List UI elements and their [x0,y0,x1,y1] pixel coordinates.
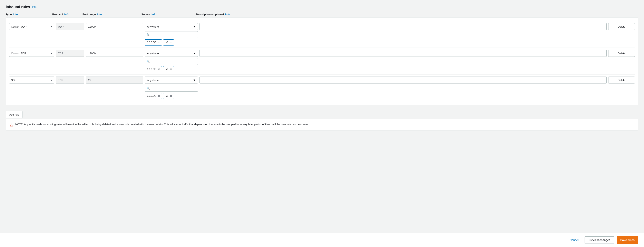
rule2-desc-input[interactable] [200,50,607,57]
table-row: Custom UDP ▼ Anywhere ▼ [9,21,635,48]
table-row: SSH ▼ Anywhere ▼ 🔍 [9,74,635,101]
save-rules-button[interactable]: Save rules [617,236,638,244]
chevron-down-icon: ▼ [193,78,196,82]
col-source: Source Info [141,13,194,16]
col-description: Description – optional Info [196,13,610,16]
chevron-down-icon: ▼ [193,52,196,55]
rules-container: Custom UDP ▼ Anywhere ▼ [6,18,638,105]
port-range-info-link[interactable]: Info [97,13,102,16]
rule3-type-cell: SSH ▼ [9,76,54,84]
rule1-type-wrapper: Custom UDP ▼ [9,23,54,30]
rule2-source-dropdown[interactable]: Anywhere ▼ [145,50,198,57]
rule3-tags: 0.0.0.0/0 ✕ ::/0 ✕ [145,93,198,99]
rule1-source-label: Anywhere [147,25,159,28]
rule1-tag-ipv4: 0.0.0.0/0 ✕ [145,40,162,46]
rule2-port-cell [86,50,143,57]
rule1-tag-ipv6-label: ::/0 [165,41,168,44]
page-wrapper: Inbound rules Info Type Info Protocol In… [0,0,644,247]
preview-changes-button[interactable]: Preview changes [584,236,614,244]
search-icon: 🔍 [146,87,150,90]
rule3-desc-input[interactable] [200,76,607,84]
rule1-source-cell: Anywhere ▼ 🔍 0.0.0.0/0 ✕ ::/0 [145,23,198,46]
rule3-tag-ipv4-label: 0.0.0.0/0 [146,94,156,97]
rule2-type-cell: Custom TCP ▼ [9,50,54,57]
section-header: Inbound rules Info [6,5,638,9]
col-protocol: Protocol Info [52,13,81,16]
page-title: Inbound rules [6,5,30,9]
rule2-tag-ipv6-label: ::/0 [165,68,168,71]
page-info-link[interactable]: Info [32,6,36,8]
rule1-desc-input[interactable] [200,23,607,30]
cancel-button[interactable]: Cancel [566,236,582,244]
search-icon: 🔍 [146,60,150,63]
rule1-tag-ipv6: ::/0 ✕ [163,40,174,46]
rule1-tag-ipv4-remove[interactable]: ✕ [158,41,160,44]
rule1-search-input[interactable] [145,31,198,38]
note-text: NOTE: Any edits made on existing rules w… [15,122,310,126]
description-info-link[interactable]: Info [225,13,230,16]
table-row: Custom TCP ▼ Anywhere ▼ [9,48,635,74]
note-box: △ NOTE: Any edits made on existing rules… [6,119,638,130]
rule1-tag-ipv6-remove[interactable]: ✕ [170,41,172,44]
rule1-port-input[interactable] [86,23,143,30]
rule2-desc-cell [200,50,607,57]
rule3-delete-button[interactable]: Delete [608,76,635,84]
rule1-protocol-cell [56,23,84,30]
rule3-type-select[interactable]: SSH [9,76,54,84]
col-type: Type Info [6,13,51,16]
rule2-delete-button[interactable]: Delete [608,50,635,57]
rule3-search-wrap: 🔍 [145,85,198,92]
rule3-tag-ipv6-remove[interactable]: ✕ [170,95,172,97]
rule1-source-dropdown[interactable]: Anywhere ▼ [145,23,198,30]
rule2-source-label: Anywhere [147,52,159,55]
rule1-protocol-input [56,23,84,30]
chevron-down-icon: ▼ [193,25,196,28]
rule1-delete-button[interactable]: Delete [608,23,635,30]
rule3-port-cell [86,76,143,84]
rule2-action-cell: Delete [608,50,635,57]
type-info-link[interactable]: Info [13,13,18,16]
footer-bar: Cancel Preview changes Save rules [0,233,644,247]
rule2-tag-ipv4-remove[interactable]: ✕ [158,68,160,71]
source-info-link[interactable]: Info [152,13,156,16]
col-port-range: Port range Info [82,13,140,16]
protocol-info-link[interactable]: Info [64,13,69,16]
rule2-port-input[interactable] [86,50,143,57]
rule1-desc-cell [200,23,607,30]
rule3-type-wrapper: SSH ▼ [9,76,54,84]
rule2-source-cell: Anywhere ▼ 🔍 0.0.0.0/0 ✕ ::/0 [145,50,198,72]
rule2-tag-ipv6: ::/0 ✕ [163,66,174,72]
rule1-type-cell: Custom UDP ▼ [9,23,54,30]
rule2-protocol-cell [56,50,84,57]
table-header: Type Info Protocol Info Port range Info … [6,13,638,18]
rule2-tag-ipv4-label: 0.0.0.0/0 [146,68,156,71]
rule1-tags: 0.0.0.0/0 ✕ ::/0 ✕ [145,40,198,46]
rule3-tag-ipv4: 0.0.0.0/0 ✕ [145,93,162,99]
rule2-tags: 0.0.0.0/0 ✕ ::/0 ✕ [145,66,198,72]
search-icon: 🔍 [146,33,150,36]
rule2-tag-ipv6-remove[interactable]: ✕ [170,68,172,71]
warning-icon: △ [10,122,13,127]
rule1-tag-ipv4-label: 0.0.0.0/0 [146,41,156,44]
rule3-tag-ipv4-remove[interactable]: ✕ [158,95,160,97]
rule2-protocol-input [56,50,84,57]
rule2-search-input[interactable] [145,58,198,65]
rule3-source-cell: Anywhere ▼ 🔍 0.0.0.0/0 ✕ ::/0 [145,76,198,99]
rule3-tag-ipv6: ::/0 ✕ [163,93,174,99]
rule3-protocol-cell [56,76,84,84]
rule1-action-cell: Delete [608,23,635,30]
rule2-tag-ipv4: 0.0.0.0/0 ✕ [145,66,162,72]
rule3-search-input[interactable] [145,85,198,92]
rule2-type-wrapper: Custom TCP ▼ [9,50,54,57]
rule1-port-cell [86,23,143,30]
rule3-tag-ipv6-label: ::/0 [165,94,168,97]
add-rule-button[interactable]: Add rule [6,111,22,118]
rule2-type-select[interactable]: Custom TCP [9,50,54,57]
rule1-type-select[interactable]: Custom UDP [9,23,54,30]
rule3-port-input [86,76,143,84]
main-content: Inbound rules Info Type Info Protocol In… [0,0,644,233]
rule3-desc-cell [200,76,607,84]
rule3-action-cell: Delete [608,76,635,84]
rule3-source-dropdown[interactable]: Anywhere ▼ [145,76,198,84]
rule1-search-wrap: 🔍 [145,31,198,38]
